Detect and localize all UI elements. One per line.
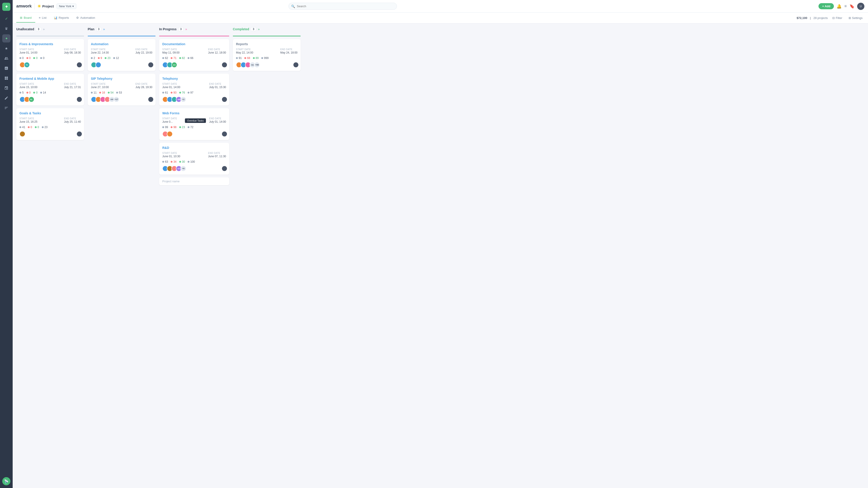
card-sip-end: End Date July 28, 19:30 — [135, 83, 152, 89]
card-fixes-dates: Start Date June 01, 14:00 End Date July … — [20, 48, 81, 54]
column-completed-line — [233, 36, 301, 36]
board: Unallocated 3 » Fixes & Improvements Sta… — [13, 24, 868, 488]
settings-button[interactable]: ⊞ Settings — [847, 15, 864, 21]
card-tel-stats: 61 93 76 97 — [162, 91, 226, 94]
card-tel-avatars: AB +2 — [162, 96, 185, 102]
reports-icon: 📊 — [54, 16, 57, 20]
tab-board-label: Board — [24, 16, 32, 20]
stat-item: 62 — [162, 57, 168, 60]
lbl: End Date — [64, 117, 81, 120]
column-inprogress-title: In Progress — [159, 27, 177, 31]
stat-item: 0 — [33, 57, 37, 60]
nav-tabs: ⊞ Board ≡ List 📊 Reports ⚙ Automation $7… — [13, 13, 868, 24]
lbl: Start Date — [162, 117, 177, 120]
card-goals[interactable]: Goals & Tasks Start Date June 15, 16:25 … — [16, 108, 84, 140]
card-frontend-stats: 5 0 0 14 — [20, 91, 81, 94]
avatar-right — [76, 131, 82, 137]
lbl: End Date — [209, 117, 226, 120]
column-completed-arrow[interactable]: » — [258, 27, 260, 31]
lbl: Start Date — [162, 152, 180, 154]
card-fixes-avatars: TC — [20, 62, 29, 68]
stat-item: 68 — [244, 57, 250, 60]
card-rnd[interactable]: R&D Start Date June 01, 10:30 End Date J… — [159, 143, 229, 175]
budget-display: $72,100 — [797, 16, 807, 20]
card-project-name-row[interactable]: Project name — [159, 177, 229, 185]
location-selector[interactable]: New York ▾ — [57, 3, 76, 9]
card-sip[interactable]: SIP Telephony Start Date June 27, 10:00 … — [88, 74, 156, 105]
card-frontend-title: Frontend & Mobile App — [20, 77, 81, 80]
sidebar-item-calendar[interactable] — [2, 84, 10, 92]
stat-item: 97 — [188, 91, 193, 94]
val: June 15, 10:00 — [20, 86, 37, 89]
user-avatar[interactable]: U — [857, 3, 864, 10]
column-plan-arrow[interactable]: » — [103, 27, 105, 31]
avatar-more: +2 — [180, 96, 186, 102]
card-automation-avatars — [91, 62, 100, 68]
column-inprogress-badge: 3 — [178, 27, 184, 31]
list-icon: ≡ — [39, 16, 41, 20]
app-logo[interactable]: ✦ — [2, 3, 10, 11]
sidebar-item-people[interactable] — [2, 54, 10, 62]
avatar-more: +99 — [254, 62, 260, 68]
search-input[interactable] — [288, 3, 397, 10]
sidebar-item-star[interactable]: ★ — [2, 44, 10, 53]
support-button[interactable]: 📡 — [2, 477, 10, 485]
card-fixes[interactable]: Fixes & Improvements Start Date June 01,… — [16, 39, 84, 71]
card-automation-start: Start Date June 22, 14:30 — [91, 48, 109, 54]
val: June 12, 18:00 — [208, 51, 226, 54]
sidebar-item-edit[interactable] — [2, 94, 10, 102]
sidebar-item-analytics[interactable] — [2, 64, 10, 72]
filter-button[interactable]: ⊟ Filter — [831, 15, 844, 21]
sidebar-item-sliders[interactable] — [2, 104, 10, 112]
column-unallocated: Unallocated 3 » Fixes & Improvements Sta… — [16, 27, 84, 484]
column-plan-badge: 3 — [96, 27, 101, 31]
card-automation-dates: Start Date June 22, 14:30 End Date July … — [91, 48, 152, 54]
card-automation[interactable]: Automation Start Date June 22, 14:30 End… — [88, 39, 156, 71]
card-wf-stats-container: 99 98 Overdue Tasks 23 72 — [162, 126, 226, 129]
card-telephony[interactable]: Telephony Start Date June 01, 14:00 End … — [159, 74, 229, 105]
card-doc-title: Documentation — [162, 42, 226, 46]
add-button[interactable]: + Add — [818, 3, 834, 9]
stat-item: 66 — [188, 57, 193, 60]
val: July 25, 11:40 — [64, 120, 81, 123]
avatar-right — [221, 96, 227, 102]
card-rnd-end: End Date June 07, 11:30 — [208, 152, 226, 158]
tab-board[interactable]: ⊞ Board — [16, 13, 35, 23]
menu-button[interactable]: ≡ — [844, 4, 847, 8]
stat-item: 89 — [253, 57, 258, 60]
card-sip-dates: Start Date June 27, 10:00 End Date July … — [91, 83, 152, 89]
lbl: Start Date — [91, 48, 109, 51]
card-fixes-start-value: June 01, 14:00 — [20, 51, 37, 54]
column-unallocated-arrow[interactable]: » — [43, 27, 45, 31]
card-tel-footer: AB +2 — [162, 96, 226, 102]
sidebar-item-check[interactable]: ✓ — [2, 14, 10, 23]
notifications-button[interactable]: 🔔 — [837, 4, 842, 9]
topbar-actions: + Add 🔔 ≡ 🔖 U — [818, 3, 864, 10]
filter-label: Filter — [836, 16, 842, 20]
search-icon: 🔍 — [291, 4, 295, 8]
card-sip-avatars: AH +17 — [91, 96, 118, 102]
settings-label: Settings — [852, 16, 863, 20]
share-button[interactable]: 🔖 — [849, 4, 855, 9]
sidebar-item-crown[interactable]: ♛ — [2, 24, 10, 33]
sidebar-item-project[interactable]: ✦ — [2, 34, 10, 42]
lbl: End Date — [208, 152, 226, 154]
card-reports[interactable]: Reports Start Date May 22, 14:00 End Dat… — [233, 39, 301, 71]
column-inprogress-arrow[interactable]: » — [185, 27, 187, 31]
card-reports-title: Reports — [236, 42, 298, 46]
board-icon: ⊞ — [20, 16, 22, 20]
sidebar-item-grid[interactable] — [2, 74, 10, 82]
tab-list[interactable]: ≡ List — [35, 13, 50, 23]
tab-reports[interactable]: 📊 Reports — [50, 13, 73, 23]
brand-name: amwork — [16, 4, 32, 8]
card-fixes-start-group: Start Date June 01, 14:00 — [20, 48, 37, 54]
stat-item: 0 — [28, 126, 32, 129]
card-documentation[interactable]: Documentation Start Date May 11, 09:00 E… — [159, 39, 229, 71]
card-webforms[interactable]: Web Forms Start Date June 0... End Date … — [159, 108, 229, 140]
card-frontend[interactable]: Frontend & Mobile App Start Date June 15… — [16, 74, 84, 105]
lbl: Start Date — [236, 48, 253, 51]
val: May 24, 18:00 — [280, 51, 298, 54]
tab-automation[interactable]: ⚙ Automation — [72, 13, 99, 23]
card-fixes-end-label: End Date — [64, 48, 81, 51]
column-unallocated-badge: 3 — [36, 27, 41, 31]
